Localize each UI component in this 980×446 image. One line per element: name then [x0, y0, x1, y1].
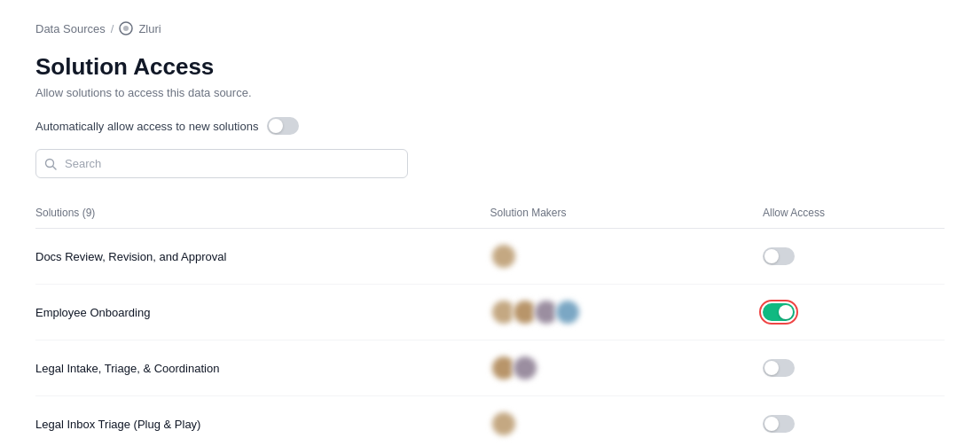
toggle-track: [763, 247, 795, 265]
avatar: [554, 299, 581, 325]
col-header-access: Allow Access: [763, 200, 945, 229]
page-container: Data Sources / Zluri Solution Access All…: [0, 0, 980, 446]
avatar-group: [490, 411, 764, 437]
search-icon: [44, 158, 57, 170]
toggle-track: [763, 303, 795, 321]
search-container: [35, 149, 408, 178]
col-header-solution: Solutions (9): [35, 200, 490, 229]
allow-access-toggle[interactable]: [763, 359, 795, 377]
solution-name: Legal Inbox Triage (Plug & Play): [35, 418, 200, 431]
auto-allow-label: Automatically allow access to new soluti…: [35, 120, 258, 133]
avatar: [490, 411, 517, 437]
avatar-group: [490, 243, 764, 270]
toggle-thumb: [764, 361, 779, 375]
toggle-track: [763, 415, 795, 433]
toggle-track: [763, 359, 795, 377]
solutions-table: Solutions (9) Solution Makers Allow Acce…: [35, 200, 945, 446]
table-row: Legal Inbox Triage (Plug & Play): [35, 396, 945, 447]
solution-name: Legal Intake, Triage, & Coordination: [35, 362, 219, 375]
svg-point-1: [123, 26, 129, 31]
avatar: [490, 243, 517, 270]
auto-allow-toggle[interactable]: [267, 117, 299, 135]
auto-allow-row: Automatically allow access to new soluti…: [35, 117, 945, 135]
zluri-icon: [119, 21, 133, 35]
toggle-thumb: [779, 305, 793, 319]
allow-access-toggle[interactable]: [763, 415, 795, 433]
col-header-makers: Solution Makers: [490, 200, 764, 229]
table-row: Legal Intake, Triage, & Coordination: [35, 340, 945, 396]
breadcrumb: Data Sources / Zluri: [35, 21, 945, 35]
toggle-thumb: [764, 417, 779, 431]
breadcrumb-current: Zluri: [138, 22, 161, 35]
page-subtitle: Allow solutions to access this data sour…: [35, 86, 945, 99]
toggle-track: [267, 117, 299, 135]
avatar-group: [490, 299, 764, 325]
svg-line-3: [53, 166, 57, 169]
solution-name: Docs Review, Revision, and Approval: [35, 250, 226, 263]
breadcrumb-separator: /: [111, 22, 114, 35]
toggle-thumb: [269, 119, 283, 133]
avatar-group: [490, 355, 764, 381]
solutions-tbody: Docs Review, Revision, and ApprovalEmplo…: [35, 229, 945, 447]
breadcrumb-data-sources[interactable]: Data Sources: [35, 22, 106, 35]
solution-name: Employee Onboarding: [35, 306, 150, 319]
table-row: Docs Review, Revision, and Approval: [35, 229, 945, 285]
search-input[interactable]: [35, 149, 408, 178]
allow-access-toggle[interactable]: [763, 247, 795, 265]
avatar: [512, 355, 538, 381]
toggle-thumb: [764, 249, 779, 263]
page-title: Solution Access: [35, 53, 945, 81]
table-header: Solutions (9) Solution Makers Allow Acce…: [35, 200, 945, 229]
allow-access-toggle[interactable]: [763, 303, 795, 321]
table-row: Employee Onboarding: [35, 285, 945, 340]
